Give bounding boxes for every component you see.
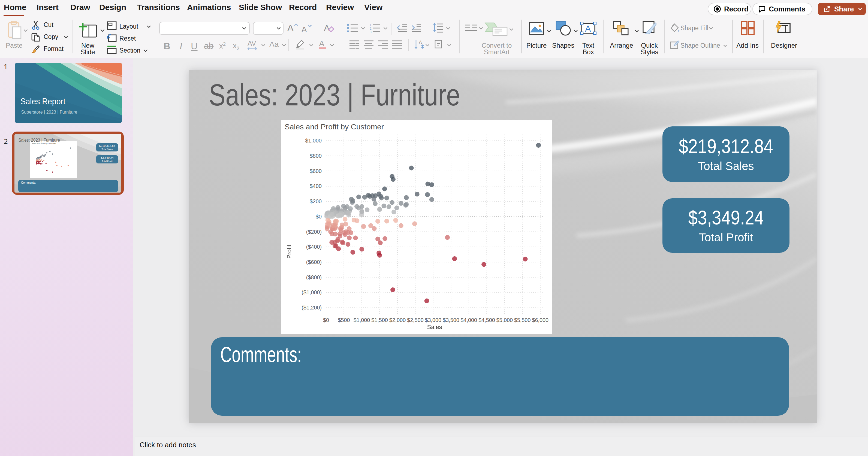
svg-text:$4,500: $4,500 (478, 317, 495, 323)
svg-text:$1,000: $1,000 (353, 317, 370, 323)
svg-text:Total Sales: Total Sales (102, 148, 113, 151)
svg-text:$500: $500 (338, 317, 350, 323)
svg-text:2: 2 (370, 27, 372, 31)
svg-text:AV: AV (248, 39, 256, 47)
svg-text:A: A (319, 39, 324, 48)
svg-text:$219,312.84: $219,312.84 (99, 144, 115, 148)
svg-text:($1,200): ($1,200) (302, 304, 322, 311)
svg-text:Sales: 2023 | Furniture: Sales: 2023 | Furniture (18, 137, 60, 142)
svg-text:$400: $400 (310, 183, 322, 189)
svg-text:$6,000: $6,000 (532, 317, 549, 323)
svg-text:1: 1 (370, 23, 372, 27)
svg-text:3: 3 (370, 30, 372, 33)
svg-text:$1,500: $1,500 (371, 317, 388, 323)
svg-text:Superstore | 2023 | Furniture: Superstore | 2023 | Furniture (21, 109, 78, 115)
svg-text:Sales and Profit by Customer: Sales and Profit by Customer (32, 142, 56, 144)
svg-text:Sales and Profit by Customer: Sales and Profit by Customer (285, 123, 384, 131)
svg-text:$1,000: $1,000 (305, 137, 322, 143)
svg-text:($400): ($400) (306, 244, 322, 250)
svg-text:A: A (324, 23, 330, 33)
svg-text:$2,500: $2,500 (407, 317, 424, 323)
svg-text:A: A (419, 40, 422, 45)
svg-text:Comments:: Comments: (21, 181, 36, 184)
svg-text:($200): ($200) (306, 229, 322, 235)
svg-text:$2,000: $2,000 (389, 317, 406, 323)
svg-text:Total Profit: Total Profit (102, 160, 113, 163)
svg-text:A: A (287, 23, 293, 33)
svg-text:A: A (302, 25, 307, 34)
svg-text:$600: $600 (310, 168, 322, 174)
svg-text:Aa: Aa (269, 40, 279, 48)
svg-text:$3,500: $3,500 (443, 317, 459, 323)
svg-text:Profit: Profit (286, 245, 292, 259)
svg-text:$5,500: $5,500 (514, 317, 531, 323)
svg-text:$800: $800 (310, 153, 322, 159)
svg-text:($1,000): ($1,000) (302, 289, 322, 295)
svg-text:Sales Report: Sales Report (21, 97, 65, 106)
svg-text:$5,000: $5,000 (496, 317, 513, 323)
svg-text:$3,000: $3,000 (425, 317, 442, 323)
svg-text:$4,000: $4,000 (461, 317, 477, 323)
svg-text:($600): ($600) (306, 259, 322, 265)
svg-text:$0: $0 (323, 317, 329, 323)
svg-text:A: A (585, 24, 591, 33)
svg-text:$200: $200 (310, 198, 322, 204)
svg-text:$0: $0 (316, 214, 322, 220)
svg-text:Sales: Sales (427, 324, 442, 330)
svg-text:$3,349.24: $3,349.24 (101, 156, 114, 159)
svg-text:($800): ($800) (306, 274, 322, 280)
